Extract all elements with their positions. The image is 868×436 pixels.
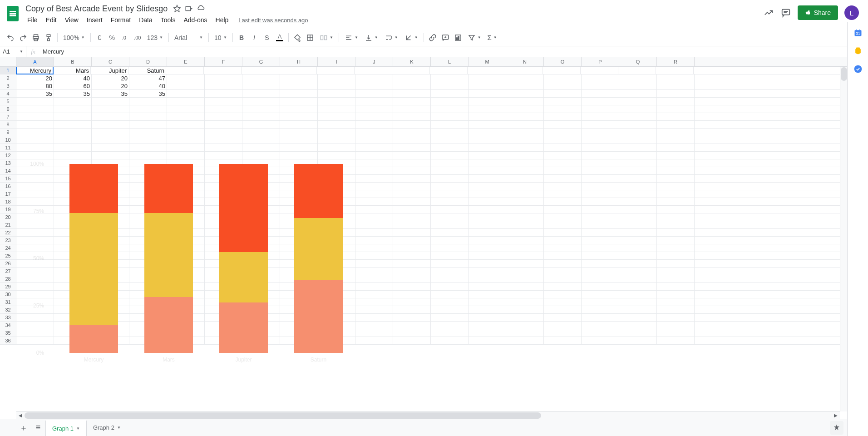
- cell[interactable]: [431, 190, 469, 198]
- cell[interactable]: [657, 275, 695, 282]
- cell[interactable]: [431, 183, 469, 190]
- cell[interactable]: [431, 306, 469, 313]
- cell[interactable]: [318, 144, 355, 151]
- row-header[interactable]: 10: [0, 136, 16, 144]
- cell[interactable]: [582, 136, 619, 144]
- cell[interactable]: [355, 90, 393, 97]
- cell[interactable]: [657, 221, 695, 228]
- cell[interactable]: [469, 98, 506, 105]
- cell[interactable]: [280, 129, 318, 136]
- column-header[interactable]: J: [355, 57, 393, 66]
- cell[interactable]: [393, 244, 431, 252]
- cell[interactable]: [431, 175, 469, 182]
- cell[interactable]: [431, 221, 469, 228]
- cell[interactable]: [582, 213, 619, 221]
- column-header[interactable]: K: [393, 57, 431, 66]
- cell[interactable]: [355, 144, 393, 151]
- cell[interactable]: [657, 229, 695, 236]
- cell[interactable]: [544, 129, 582, 136]
- cell[interactable]: [393, 113, 431, 120]
- cell[interactable]: [506, 98, 544, 105]
- row-header[interactable]: 26: [0, 260, 16, 267]
- cell[interactable]: [318, 136, 355, 144]
- cell[interactable]: [205, 90, 242, 97]
- cell[interactable]: [129, 129, 167, 136]
- cell[interactable]: [431, 268, 469, 275]
- strikethrough-icon[interactable]: S: [261, 32, 273, 44]
- cell[interactable]: [431, 113, 469, 120]
- row-header[interactable]: 13: [0, 159, 16, 167]
- cell[interactable]: [582, 74, 619, 82]
- cell[interactable]: [582, 244, 619, 252]
- cell[interactable]: [544, 121, 582, 128]
- cell[interactable]: [431, 283, 469, 290]
- cell[interactable]: [92, 113, 129, 120]
- cell[interactable]: [318, 90, 355, 97]
- cell[interactable]: [205, 121, 242, 128]
- row-header[interactable]: 5: [0, 98, 16, 105]
- cell[interactable]: [506, 291, 544, 298]
- column-header[interactable]: N: [506, 57, 544, 66]
- cell[interactable]: [393, 82, 431, 89]
- cell[interactable]: [506, 283, 544, 290]
- cell[interactable]: [506, 136, 544, 144]
- sheet-tab[interactable]: Graph 1▼: [45, 420, 87, 436]
- cell[interactable]: [619, 244, 657, 252]
- column-header[interactable]: E: [167, 57, 205, 66]
- cell[interactable]: [431, 322, 469, 329]
- cell[interactable]: [656, 67, 694, 74]
- print-icon[interactable]: [30, 32, 42, 44]
- cell[interactable]: [543, 67, 581, 74]
- cell[interactable]: [619, 136, 657, 144]
- cell[interactable]: [582, 260, 619, 267]
- column-header[interactable]: G: [242, 57, 280, 66]
- cell[interactable]: [657, 329, 695, 337]
- cell[interactable]: [544, 298, 582, 306]
- cell[interactable]: [393, 190, 431, 198]
- cell[interactable]: [657, 244, 695, 252]
- menu-tools[interactable]: Tools: [157, 15, 179, 25]
- cell[interactable]: [54, 144, 92, 151]
- cell[interactable]: [657, 105, 695, 113]
- cell[interactable]: [469, 206, 506, 213]
- cell[interactable]: [167, 90, 205, 97]
- cell[interactable]: [619, 275, 657, 282]
- formula-input[interactable]: Mercury: [40, 48, 868, 55]
- cell[interactable]: [392, 67, 430, 74]
- cell[interactable]: [318, 113, 355, 120]
- scroll-right-icon[interactable]: ▶: [832, 412, 840, 419]
- cell[interactable]: [619, 74, 657, 82]
- cell[interactable]: [54, 136, 92, 144]
- column-header[interactable]: P: [582, 57, 619, 66]
- cell[interactable]: [544, 175, 582, 182]
- cell[interactable]: [280, 74, 318, 82]
- cell[interactable]: [619, 121, 657, 128]
- cell[interactable]: [582, 98, 619, 105]
- column-header[interactable]: R: [657, 57, 695, 66]
- cell[interactable]: [506, 221, 544, 228]
- document-title[interactable]: Copy of Best Arcade Event by Slidesgo: [24, 4, 169, 14]
- cell[interactable]: [16, 144, 54, 151]
- cell[interactable]: [619, 322, 657, 329]
- cell[interactable]: [619, 329, 657, 337]
- horizontal-scrollbar[interactable]: ◀ ▶: [16, 411, 840, 419]
- column-header[interactable]: I: [318, 57, 355, 66]
- bold-icon[interactable]: B: [236, 32, 247, 44]
- cell[interactable]: [619, 105, 657, 113]
- cell[interactable]: [657, 98, 695, 105]
- cell[interactable]: [657, 136, 695, 144]
- cell[interactable]: [431, 244, 469, 252]
- cell[interactable]: [393, 198, 431, 205]
- row-header[interactable]: 4: [0, 90, 16, 97]
- row-header[interactable]: 35: [0, 329, 16, 337]
- cell[interactable]: [92, 98, 129, 105]
- cell[interactable]: [619, 90, 657, 97]
- cell[interactable]: [205, 105, 242, 113]
- cell[interactable]: [469, 144, 506, 151]
- font-size-dropdown[interactable]: 10▼: [212, 32, 230, 44]
- cell[interactable]: [469, 291, 506, 298]
- cell[interactable]: [544, 275, 582, 282]
- currency-euro-icon[interactable]: €: [94, 32, 105, 44]
- cell[interactable]: [469, 183, 506, 190]
- cell[interactable]: [393, 329, 431, 337]
